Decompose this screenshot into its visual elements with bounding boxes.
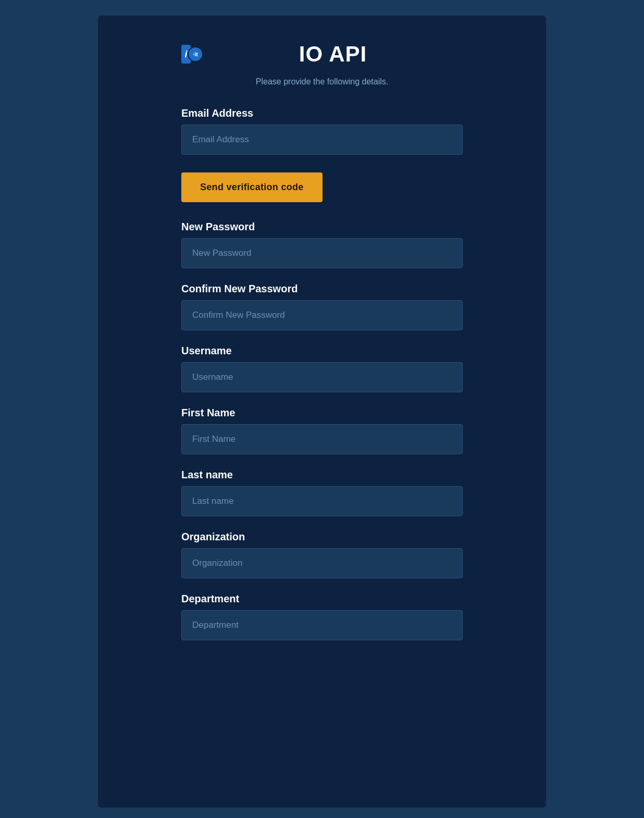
department-input[interactable] [181, 610, 463, 640]
department-label: Department [181, 593, 463, 605]
username-input[interactable] [181, 362, 463, 392]
logo-circle: ·it [188, 46, 203, 62]
first-name-group: First Name [181, 407, 463, 454]
form-card: i ·it IO API Please provide the followin… [98, 16, 546, 808]
page-wrapper: i ·it IO API Please provide the followin… [0, 0, 644, 818]
username-group: Username [181, 345, 463, 392]
confirm-password-input[interactable] [181, 300, 463, 330]
email-label: Email Address [181, 107, 463, 119]
organization-label: Organization [181, 531, 463, 543]
confirm-password-group: Confirm New Password [181, 283, 463, 330]
organization-input[interactable] [181, 548, 463, 578]
page-subtitle: Please provide the following details. [181, 77, 463, 86]
last-name-input[interactable] [181, 486, 463, 516]
last-name-group: Last name [181, 469, 463, 516]
department-group: Department [181, 593, 463, 640]
email-input[interactable] [181, 125, 463, 155]
email-group: Email Address [181, 107, 463, 155]
username-label: Username [181, 345, 463, 357]
logo-area: i ·it IO API [181, 42, 463, 67]
send-verification-button[interactable]: Send verification code [181, 172, 323, 202]
first-name-label: First Name [181, 407, 463, 419]
logo-icon: i ·it [181, 45, 203, 64]
organization-group: Organization [181, 531, 463, 578]
last-name-label: Last name [181, 469, 463, 481]
confirm-password-label: Confirm New Password [181, 283, 463, 295]
new-password-group: New Password [181, 221, 463, 268]
send-code-group: Send verification code [181, 169, 463, 206]
new-password-label: New Password [181, 221, 463, 233]
new-password-input[interactable] [181, 238, 463, 268]
first-name-input[interactable] [181, 424, 463, 454]
page-title: IO API [203, 42, 463, 67]
